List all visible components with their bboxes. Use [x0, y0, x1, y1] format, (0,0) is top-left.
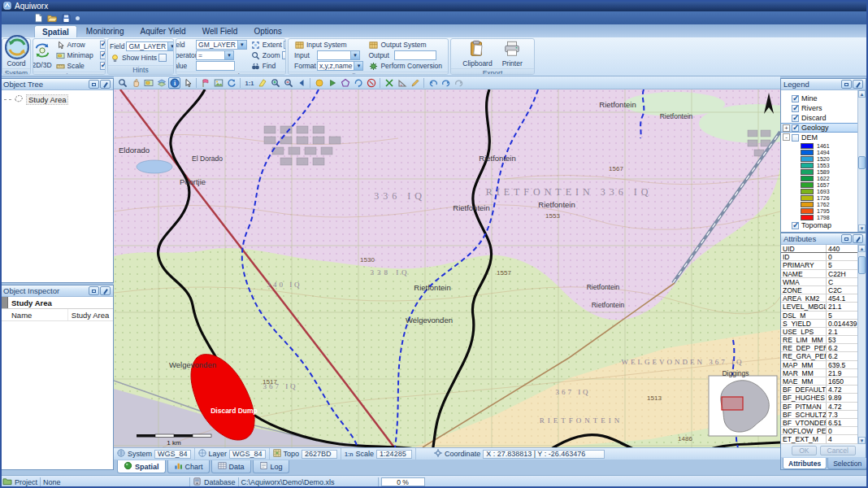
attribute-row[interactable]: BF_DEFAULT4.72	[781, 386, 857, 394]
legend-scrollbar[interactable]: ▲ ▼	[857, 90, 866, 232]
attribute-row[interactable]: ET_EXT_M4	[781, 435, 857, 443]
measure-angle-icon[interactable]	[396, 77, 408, 89]
tab-options[interactable]: Options	[246, 25, 289, 37]
measure-distance-icon[interactable]	[383, 77, 395, 89]
attribute-row[interactable]: AREA_KM2454.1	[781, 294, 857, 303]
ok-button[interactable]: OK	[792, 446, 816, 455]
expander-icon[interactable]: +	[783, 124, 790, 132]
overview-minimap[interactable]	[709, 376, 777, 436]
attribute-row[interactable]: WMAC	[781, 278, 857, 286]
panel-restore-icon[interactable]	[89, 80, 99, 89]
tab-spatial[interactable]: Spatial	[34, 25, 77, 37]
search-value-input[interactable]	[196, 61, 235, 71]
panel-restore-icon[interactable]	[89, 286, 99, 295]
hints-field-combo[interactable]: GM_LAYER▾	[126, 41, 174, 51]
legend-item-dem[interactable]: -DEM	[781, 133, 857, 142]
digitize-point-icon[interactable]	[326, 77, 338, 89]
attributes-tab-selection[interactable]: Selection	[827, 458, 867, 469]
mine-checkbox[interactable]	[792, 95, 799, 102]
scroll-up-icon[interactable]: ▲	[858, 90, 866, 98]
highlight-icon[interactable]	[256, 77, 268, 89]
attribute-row[interactable]: PRIMARY5	[781, 261, 857, 269]
attribute-row[interactable]: RE_LIM_MM53	[781, 336, 857, 344]
2d3d-button[interactable]: 2D/3D	[33, 41, 54, 69]
attribute-row[interactable]: MAP_MM639.5	[781, 361, 857, 369]
format-combo[interactable]: x,y,z,name▾	[317, 61, 363, 71]
layers-icon[interactable]	[155, 77, 167, 89]
panel-pin-icon[interactable]	[853, 234, 863, 243]
open-folder-icon[interactable]	[46, 13, 58, 24]
view-tab-chart[interactable]: Chart	[167, 460, 210, 473]
digitize-polygon-icon[interactable]	[339, 77, 351, 89]
refresh-icon[interactable]	[225, 77, 237, 89]
inspector-row[interactable]: NameStudy Area	[1, 309, 113, 321]
tree-item-study-area[interactable]: Study Area	[1, 90, 113, 105]
chevron-down-icon[interactable]: ▾	[167, 42, 174, 50]
extent-checkbox[interactable]	[284, 41, 286, 49]
attribute-row[interactable]: NOFLOW_PER0	[781, 427, 857, 435]
zoom-checkbox[interactable]	[282, 51, 286, 59]
view-tab-data[interactable]: Data	[211, 460, 251, 473]
input-combo[interactable]: ▾	[317, 50, 360, 60]
panel-restore-icon[interactable]	[841, 234, 852, 243]
redo-all-icon[interactable]	[453, 77, 465, 89]
legend-item-mine[interactable]: Mine	[781, 94, 857, 103]
panel-restore-icon[interactable]	[841, 80, 852, 89]
tab-aquifer-yield[interactable]: Aquifer Yield	[133, 25, 193, 37]
scroll-down-icon[interactable]: ▼	[858, 437, 866, 444]
new-document-icon[interactable]	[33, 13, 44, 24]
discard-checkbox[interactable]	[792, 115, 799, 122]
attribute-row[interactable]: RE_GRA_PER6.2	[781, 352, 857, 360]
attribute-row[interactable]: MAE_MM1650	[781, 377, 857, 386]
pan-icon[interactable]	[129, 77, 141, 89]
tab-well-field[interactable]: Well Field	[195, 25, 245, 37]
inspector-object-row[interactable]: Study Area	[1, 297, 113, 309]
panel-pin-icon[interactable]	[853, 80, 863, 89]
attribute-row[interactable]: USE_LPS2.1	[781, 328, 857, 336]
previous-view-icon[interactable]	[295, 77, 307, 89]
chevron-down-icon[interactable]: ▾	[224, 51, 233, 59]
legend-item-discard[interactable]: Discard	[781, 113, 857, 123]
select-icon[interactable]	[181, 77, 193, 89]
scroll-down-icon[interactable]: ▼	[858, 224, 866, 232]
minimap-viewport-rect[interactable]	[722, 397, 743, 410]
scroll-thumb[interactable]	[858, 256, 866, 274]
view-tab-log[interactable]: Log	[253, 460, 289, 473]
clear-selection-icon[interactable]	[365, 77, 377, 89]
find-button[interactable]: Find	[250, 61, 286, 71]
output-system-button[interactable]: Output System	[368, 40, 442, 50]
snapshot-icon[interactable]	[212, 77, 224, 89]
application-menu-button[interactable]	[4, 34, 30, 60]
clipboard-button[interactable]: Clipboard	[461, 40, 493, 68]
scale-checkbox[interactable]	[100, 62, 106, 70]
scroll-thumb[interactable]	[858, 156, 866, 169]
zoom-out-icon[interactable]	[282, 77, 294, 89]
rotate-view-icon[interactable]	[352, 77, 364, 89]
legend-item-geology[interactable]: +Geology	[781, 123, 857, 133]
identify-icon[interactable]: i	[168, 77, 180, 89]
chevron-down-icon[interactable]: ▾	[350, 51, 359, 59]
attribute-row[interactable]: BF_PITMAN4.72	[781, 403, 857, 411]
legend-item-topomap[interactable]: Topomap	[781, 220, 857, 230]
chevron-down-icon[interactable]: ▾	[237, 41, 246, 49]
output-input[interactable]	[394, 50, 436, 60]
undo-icon[interactable]	[427, 77, 439, 89]
redo-icon[interactable]	[440, 77, 452, 89]
dem-checkbox[interactable]	[792, 134, 799, 142]
attribute-row[interactable]: MAR_MM21.9	[781, 369, 857, 377]
attribute-row[interactable]: BF_HUGHES9.89	[781, 394, 857, 402]
attribute-row[interactable]: S_YIELD0.014439	[781, 320, 857, 328]
attribute-row[interactable]: UID440	[781, 245, 857, 253]
zoom-actual-icon[interactable]: 1:1	[243, 77, 255, 89]
expander-icon[interactable]: -	[783, 133, 790, 141]
chevron-down-icon[interactable]: ▾	[354, 62, 362, 70]
topomap-checkbox[interactable]	[792, 222, 799, 229]
panel-pin-icon[interactable]	[100, 286, 111, 295]
legend-item-rivers[interactable]: Rivers	[781, 103, 857, 113]
printer-button[interactable]: Printer	[501, 40, 524, 68]
attribute-row[interactable]: ID0	[781, 253, 857, 261]
tab-monitoring[interactable]: Monitoring	[79, 25, 132, 37]
attribute-row[interactable]: LEVEL_MBGL21.1	[781, 303, 857, 311]
zoom-in-icon[interactable]	[269, 77, 281, 89]
draw-icon[interactable]	[409, 77, 421, 89]
